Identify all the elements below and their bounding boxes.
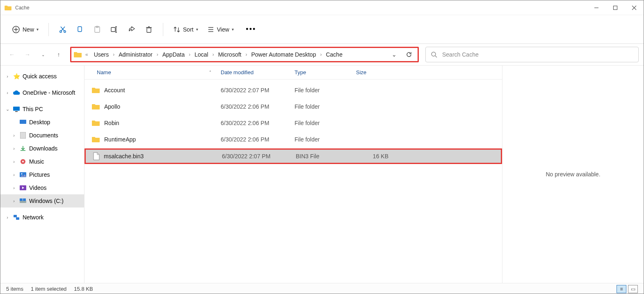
column-headers: Name ˄ Date modified Type Size bbox=[84, 66, 502, 80]
sidebar-item-desktop[interactable]: Desktop bbox=[0, 116, 84, 129]
sidebar-item-network[interactable]: › Network bbox=[0, 211, 84, 224]
document-icon bbox=[19, 132, 27, 139]
minimize-button[interactable] bbox=[587, 0, 606, 15]
sidebar-item-label: This PC bbox=[23, 106, 43, 112]
file-name: RuntimeApp bbox=[104, 136, 136, 143]
svg-line-10 bbox=[61, 27, 64, 31]
column-label: Name bbox=[97, 69, 111, 75]
breadcrumb-item[interactable]: Users bbox=[91, 50, 112, 59]
file-name: Apollo bbox=[104, 103, 120, 110]
more-button[interactable]: ••• bbox=[243, 21, 259, 38]
svg-line-9 bbox=[62, 27, 65, 31]
column-date[interactable]: Date modified bbox=[216, 66, 290, 79]
file-type: File folder bbox=[290, 136, 351, 143]
large-icons-view-button[interactable]: ▭ bbox=[628, 285, 638, 293]
table-row[interactable]: Apollo 6/30/2022 2:06 PM File folder bbox=[84, 98, 502, 115]
file-name: Robin bbox=[104, 120, 119, 126]
star-icon: ⭐ bbox=[13, 73, 20, 80]
address-dropdown-button[interactable]: ⌄ bbox=[391, 51, 398, 58]
svg-rect-30 bbox=[20, 132, 26, 139]
chevron-right-icon: › bbox=[11, 133, 17, 138]
plus-circle-icon bbox=[12, 25, 20, 34]
truncate-icon[interactable]: « bbox=[84, 52, 89, 57]
sidebar-item-documents[interactable]: › Documents bbox=[0, 129, 84, 142]
delete-button[interactable] bbox=[141, 21, 157, 38]
column-name[interactable]: Name ˄ bbox=[84, 66, 216, 79]
details-view-button[interactable]: ≡ bbox=[617, 285, 626, 293]
download-icon bbox=[19, 145, 27, 152]
back-button[interactable]: ← bbox=[5, 48, 18, 61]
column-type[interactable]: Type bbox=[290, 66, 351, 79]
chevron-right-icon: › bbox=[11, 146, 17, 151]
chevron-down-icon: ⌄ bbox=[41, 52, 45, 57]
table-row-selected[interactable]: msalcache.bin3 6/30/2022 2:07 PM BIN3 Fi… bbox=[84, 148, 502, 164]
up-button[interactable]: ↑ bbox=[52, 48, 65, 61]
navigation-pane[interactable]: › ⭐ Quick access › OneDrive - Microsoft … bbox=[0, 66, 84, 283]
breadcrumb-item[interactable]: Cache bbox=[323, 50, 345, 59]
file-date: 6/30/2022 2:07 PM bbox=[216, 87, 290, 93]
share-button[interactable] bbox=[123, 21, 140, 38]
table-row[interactable]: Robin 6/30/2022 2:06 PM File folder bbox=[84, 115, 502, 131]
paste-button[interactable] bbox=[89, 21, 105, 38]
chevron-right-icon: › bbox=[5, 74, 10, 79]
forward-button[interactable]: → bbox=[21, 48, 34, 61]
new-button[interactable]: New ▾ bbox=[8, 21, 43, 38]
address-bar[interactable]: « Users› Administrator› AppData› Local› … bbox=[70, 47, 419, 62]
svg-point-32 bbox=[22, 161, 24, 162]
desktop-icon bbox=[19, 119, 27, 126]
sidebar-item-windows-c[interactable]: › Windows (C:) bbox=[0, 194, 84, 207]
breadcrumb-item[interactable]: Administrator bbox=[116, 50, 155, 59]
breadcrumbs: Users› Administrator› AppData› Local› Mi… bbox=[91, 50, 345, 59]
separator bbox=[163, 23, 163, 36]
breadcrumb-item[interactable]: Local bbox=[192, 50, 210, 59]
folder-icon bbox=[5, 5, 12, 11]
refresh-button[interactable] bbox=[405, 51, 413, 58]
cut-button[interactable] bbox=[55, 21, 71, 38]
sort-button[interactable]: Sort ▾ bbox=[169, 21, 202, 38]
sidebar-item-this-pc[interactable]: ⌄ This PC bbox=[0, 103, 84, 116]
chevron-down-icon: ⌄ bbox=[5, 107, 10, 112]
chevron-down-icon: ▾ bbox=[37, 27, 39, 32]
copy-button[interactable] bbox=[72, 21, 88, 38]
close-button[interactable] bbox=[625, 0, 644, 15]
new-label: New bbox=[23, 26, 34, 33]
svg-rect-19 bbox=[147, 28, 151, 32]
rename-button[interactable] bbox=[106, 21, 123, 38]
sidebar-item-downloads[interactable]: › Downloads bbox=[0, 142, 84, 155]
table-row[interactable]: RuntimeApp 6/30/2022 2:06 PM File folder bbox=[84, 131, 502, 148]
folder-icon bbox=[92, 120, 100, 126]
search-box[interactable] bbox=[425, 47, 639, 62]
folder-icon bbox=[92, 87, 100, 93]
chevron-right-icon: › bbox=[212, 52, 215, 57]
column-size[interactable]: Size bbox=[351, 66, 392, 79]
music-icon bbox=[19, 158, 27, 165]
file-type: File folder bbox=[290, 87, 351, 93]
sort-icon bbox=[173, 26, 180, 33]
svg-rect-27 bbox=[13, 107, 20, 111]
details-icon: ≡ bbox=[620, 286, 623, 292]
file-name: msalcache.bin3 bbox=[104, 153, 144, 160]
sidebar-item-onedrive[interactable]: › OneDrive - Microsoft bbox=[0, 86, 84, 99]
sidebar-item-quick-access[interactable]: › ⭐ Quick access bbox=[0, 70, 84, 83]
scissors-icon bbox=[59, 25, 67, 34]
separator bbox=[48, 23, 49, 36]
sidebar-item-label: Pictures bbox=[29, 171, 50, 178]
file-date: 6/30/2022 2:07 PM bbox=[217, 153, 291, 160]
view-button[interactable]: View ▾ bbox=[203, 21, 238, 38]
sidebar-item-pictures[interactable]: › Pictures bbox=[0, 168, 84, 181]
breadcrumb-item[interactable]: Power Automate Desktop bbox=[249, 50, 318, 59]
drive-icon bbox=[19, 197, 27, 205]
file-name: Account bbox=[104, 87, 125, 93]
recent-locations-button[interactable]: ⌄ bbox=[37, 48, 50, 61]
sidebar-item-label: Windows (C:) bbox=[29, 198, 64, 204]
table-row[interactable]: Account 6/30/2022 2:07 PM File folder bbox=[84, 82, 502, 98]
breadcrumb-item[interactable]: AppData bbox=[160, 50, 187, 59]
sidebar-item-videos[interactable]: › Videos bbox=[0, 181, 84, 194]
maximize-button[interactable] bbox=[606, 0, 625, 15]
sidebar-item-label: OneDrive - Microsoft bbox=[23, 89, 75, 96]
file-type: File folder bbox=[290, 103, 351, 110]
sidebar-item-music[interactable]: › Music bbox=[0, 155, 84, 168]
file-type: File folder bbox=[290, 120, 351, 126]
search-input[interactable] bbox=[442, 51, 633, 58]
breadcrumb-item[interactable]: Microsoft bbox=[216, 50, 244, 59]
